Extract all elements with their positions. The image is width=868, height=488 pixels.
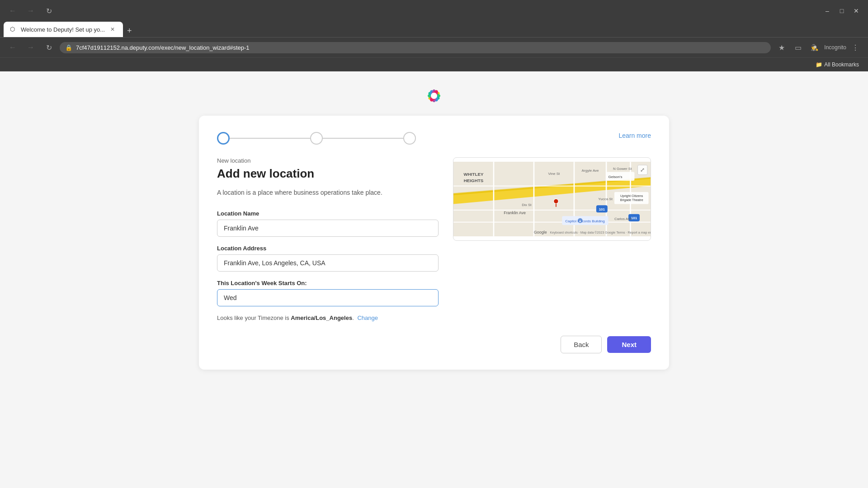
bookmark-btn[interactable]: ★ xyxy=(774,40,789,55)
week-starts-input[interactable] xyxy=(217,289,439,306)
location-name-group: Location Name xyxy=(217,210,439,237)
maximize-btn[interactable]: □ xyxy=(835,5,848,17)
new-tab-btn[interactable]: + xyxy=(123,24,136,37)
svg-point-8 xyxy=(431,93,437,99)
week-starts-group: This Location's Week Starts On: xyxy=(217,280,439,306)
incognito-btn[interactable]: 🕵 xyxy=(807,40,821,55)
svg-text:Argyle Ave: Argyle Ave xyxy=(581,169,599,173)
svg-text:Google: Google xyxy=(534,230,547,235)
timezone-change-link[interactable]: Change xyxy=(357,314,378,321)
location-name-label: Location Name xyxy=(217,210,439,217)
wizard-card: Learn more New location Add new location… xyxy=(199,116,669,370)
toolbar-actions: ★ ▭ 🕵 Incognito ⋮ xyxy=(774,40,863,55)
wizard-footer: Back Next xyxy=(217,336,651,353)
week-starts-label: This Location's Week Starts On: xyxy=(217,280,439,286)
map-container: Vine St Argyle Ave N Gower St Dix St WHI… xyxy=(453,157,651,241)
location-address-input[interactable] xyxy=(217,254,439,272)
step-progress xyxy=(217,132,416,145)
deputy-logo xyxy=(423,85,445,107)
step-subtitle: New location xyxy=(217,157,439,164)
location-address-label: Location Address xyxy=(217,245,439,252)
toolbar-forward-btn[interactable]: → xyxy=(24,40,38,55)
step-3-circle xyxy=(403,132,416,145)
address-bar-container[interactable]: 🔒 xyxy=(60,42,771,53)
tab-bar: ⬡ Welcome to Deputy! Set up yo... ✕ + xyxy=(0,22,868,37)
timezone-prefix: Looks like your Timezone is xyxy=(217,314,289,321)
titlebar: ← → ↻ – □ ✕ xyxy=(0,0,868,22)
map-svg: Vine St Argyle Ave N Gower St Dix St WHI… xyxy=(453,158,651,240)
svg-text:Franklin Ave: Franklin Ave xyxy=(504,211,526,215)
back-nav-btn[interactable]: ← xyxy=(5,4,20,18)
svg-text:Gelson's: Gelson's xyxy=(609,175,623,179)
address-bar[interactable] xyxy=(76,44,765,51)
svg-text:101: 101 xyxy=(599,207,605,211)
minimize-btn[interactable]: – xyxy=(821,5,834,17)
svg-text:Capitol Records Building: Capitol Records Building xyxy=(565,219,605,223)
svg-text:★: ★ xyxy=(579,220,581,223)
bookmarks-label: All Bookmarks xyxy=(824,61,859,68)
timezone-name: America/Los_Angeles xyxy=(291,314,352,321)
incognito-label: Incognito xyxy=(824,44,846,51)
step-2-circle xyxy=(310,132,323,145)
reload-btn[interactable]: ↻ xyxy=(42,4,56,18)
svg-text:Upright Citizens: Upright Citizens xyxy=(620,194,643,198)
tab-close-btn[interactable]: ✕ xyxy=(108,25,117,33)
bookmarks-bar: 📁 All Bookmarks xyxy=(0,57,868,71)
svg-text:Yucca St: Yucca St xyxy=(598,197,613,201)
svg-text:WHITLEY: WHITLEY xyxy=(464,172,484,177)
active-tab[interactable]: ⬡ Welcome to Deputy! Set up yo... ✕ xyxy=(4,22,123,37)
step-line-1 xyxy=(230,138,310,139)
svg-text:Keyboard shortcuts · Map data : Keyboard shortcuts · Map data ©2023 Goog… xyxy=(550,231,651,235)
split-screen-btn[interactable]: ▭ xyxy=(791,40,805,55)
svg-point-37 xyxy=(554,199,559,204)
toolbar-back-btn[interactable]: ← xyxy=(5,40,20,55)
window-controls: ← → ↻ xyxy=(5,4,56,18)
location-address-group: Location Address xyxy=(217,245,439,272)
step-line-2 xyxy=(323,138,403,139)
svg-text:101: 101 xyxy=(631,216,637,220)
location-name-input[interactable] xyxy=(217,220,439,237)
toolbar-reload-btn[interactable]: ↻ xyxy=(42,40,56,55)
learn-more-link[interactable]: Learn more xyxy=(618,132,651,139)
svg-text:⤢: ⤢ xyxy=(640,167,645,173)
back-button[interactable]: Back xyxy=(561,336,602,353)
toolbar: ← → ↻ 🔒 ★ ▭ 🕵 Incognito ⋮ xyxy=(0,37,868,57)
lock-icon: 🔒 xyxy=(65,44,72,51)
svg-text:Brigade Theatre: Brigade Theatre xyxy=(620,198,643,202)
wizard-body: New location Add new location A location… xyxy=(217,157,651,321)
deputy-logo-svg xyxy=(423,85,445,107)
folder-icon: 📁 xyxy=(816,61,822,68)
page-content: Learn more New location Add new location… xyxy=(0,71,868,488)
step-description: A location is a place where business ope… xyxy=(217,188,439,197)
all-bookmarks-btn[interactable]: 📁 All Bookmarks xyxy=(812,60,863,70)
browser-chrome: ← → ↻ – □ ✕ ⬡ Welcome to Deputy! Set up … xyxy=(0,0,868,71)
step-title: Add new location xyxy=(217,167,439,181)
close-btn[interactable]: ✕ xyxy=(850,5,863,17)
svg-text:Vine St: Vine St xyxy=(548,172,560,176)
tab-title: Welcome to Deputy! Set up yo... xyxy=(21,26,105,33)
svg-text:Dix St: Dix St xyxy=(522,203,532,207)
menu-btn[interactable]: ⋮ xyxy=(848,40,863,55)
svg-text:N Gower St: N Gower St xyxy=(613,167,632,171)
forward-nav-btn[interactable]: → xyxy=(24,4,38,18)
step-1-circle xyxy=(217,132,230,145)
svg-text:HEIGHTS: HEIGHTS xyxy=(464,178,484,183)
timezone-text: Looks like your Timezone is America/Los_… xyxy=(217,314,439,321)
svg-text:Carlos Ave: Carlos Ave xyxy=(614,217,632,221)
tab-favicon: ⬡ xyxy=(10,26,17,33)
next-button[interactable]: Next xyxy=(607,336,651,353)
wizard-form: New location Add new location A location… xyxy=(217,157,439,321)
